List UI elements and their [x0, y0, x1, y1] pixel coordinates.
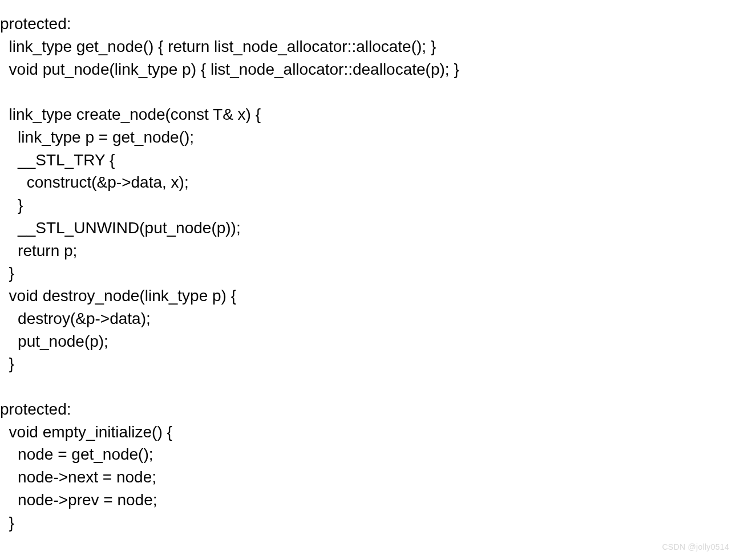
watermark: CSDN @jolly0514	[662, 542, 729, 553]
code-line: node->next = node;	[0, 468, 156, 486]
code-line: }	[0, 264, 14, 282]
code-line: void destroy_node(link_type p) {	[0, 287, 236, 305]
code-line: link_type create_node(const T& x) {	[0, 105, 261, 123]
code-line: link_type get_node() { return list_node_…	[0, 38, 436, 55]
code-line: link_type p = get_node();	[0, 128, 194, 146]
code-line: void put_node(link_type p) { list_node_a…	[0, 60, 459, 78]
code-line: }	[0, 196, 23, 214]
code-line: node = get_node();	[0, 445, 153, 463]
code-line: }	[0, 514, 14, 531]
code-line: destroy(&p->data);	[0, 310, 151, 327]
code-line: __STL_TRY {	[0, 151, 115, 169]
code-line: construct(&p->data, x);	[0, 173, 189, 191]
code-line: __STL_UNWIND(put_node(p));	[0, 219, 241, 237]
code-line: put_node(p);	[0, 332, 108, 350]
code-line: }	[0, 355, 14, 372]
code-line: protected:	[0, 15, 71, 33]
code-line: protected:	[0, 400, 71, 418]
code-line: return p;	[0, 242, 77, 259]
code-line: void empty_initialize() {	[0, 423, 172, 441]
code-line: node->prev = node;	[0, 491, 157, 509]
code-block: protected: link_type get_node() { return…	[0, 0, 736, 534]
